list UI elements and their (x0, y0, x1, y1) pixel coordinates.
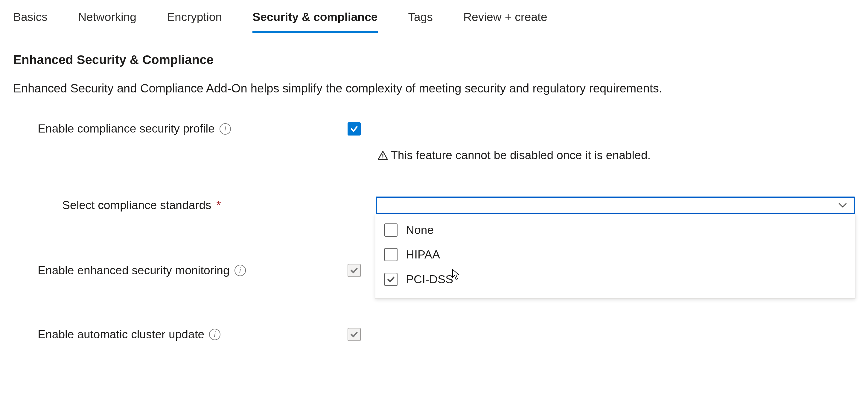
section-description: Enhanced Security and Compliance Add-On … (13, 80, 821, 97)
field-select-compliance-standards: Select compliance standards * None HIPAA (13, 197, 855, 214)
enhanced-monitoring-label: Enable enhanced security monitoring (38, 262, 230, 279)
compliance-standards-dropdown[interactable]: None HIPAA PCI-DSS (376, 197, 855, 214)
info-icon[interactable]: i (209, 329, 220, 340)
option-hipaa-checkbox[interactable] (384, 248, 398, 261)
tab-security-compliance[interactable]: Security & compliance (252, 6, 377, 33)
tab-networking[interactable]: Networking (78, 6, 136, 33)
option-hipaa[interactable]: HIPAA (375, 242, 855, 267)
enable-profile-label: Enable compliance security profile (38, 121, 215, 137)
tab-encryption[interactable]: Encryption (167, 6, 222, 33)
enhanced-monitoring-checkbox (347, 264, 361, 277)
profile-warning-text: This feature cannot be disabled once it … (391, 147, 651, 163)
dropdown-control[interactable] (376, 197, 855, 214)
auto-update-label: Enable automatic cluster update (38, 326, 204, 343)
tab-tags[interactable]: Tags (408, 6, 433, 33)
tab-bar: Basics Networking Encryption Security & … (13, 6, 855, 33)
required-indicator: * (216, 199, 221, 211)
info-icon[interactable]: i (220, 123, 231, 134)
chevron-down-icon (838, 203, 847, 209)
svg-point-1 (382, 157, 383, 158)
standards-label: Select compliance standards (62, 199, 212, 211)
warning-icon (377, 150, 388, 161)
tab-review-create[interactable]: Review + create (463, 6, 547, 33)
section-title: Enhanced Security & Compliance (13, 51, 855, 69)
info-icon[interactable]: i (235, 265, 246, 276)
option-pci-dss-label: PCI-DSS (406, 271, 453, 288)
profile-warning: This feature cannot be disabled once it … (13, 147, 855, 163)
field-auto-cluster-update: Enable automatic cluster update i (13, 326, 855, 343)
option-none[interactable]: None (375, 218, 855, 243)
enable-profile-checkbox[interactable] (347, 122, 361, 136)
option-pci-dss[interactable]: PCI-DSS (375, 267, 855, 292)
auto-update-checkbox (347, 328, 361, 341)
field-enable-compliance-profile: Enable compliance security profile i (13, 121, 855, 137)
tab-basics[interactable]: Basics (13, 6, 48, 33)
option-pci-dss-checkbox[interactable] (384, 273, 398, 286)
option-none-label: None (406, 222, 434, 238)
option-none-checkbox[interactable] (384, 223, 398, 237)
dropdown-menu: None HIPAA PCI-DSS (375, 214, 856, 299)
option-hipaa-label: HIPAA (406, 246, 440, 263)
